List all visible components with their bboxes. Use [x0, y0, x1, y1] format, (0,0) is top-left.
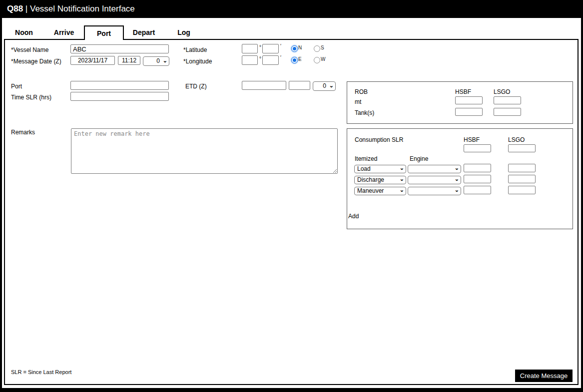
latitude-minute-symbol: ′ — [280, 43, 281, 49]
latitude-south-radio[interactable] — [314, 45, 320, 52]
create-message-button[interactable]: Create Message — [515, 370, 573, 382]
longitude-west-option: W — [314, 57, 325, 63]
longitude-east-option: E — [291, 57, 302, 63]
latitude-north-radio[interactable] — [291, 45, 298, 52]
latitude-south-option: S — [314, 45, 324, 52]
latitude-minutes-input[interactable] — [262, 44, 279, 53]
consumption-row1-hsbf-input[interactable] — [464, 164, 491, 172]
longitude-west-radio[interactable] — [314, 57, 320, 63]
port-input[interactable] — [70, 81, 169, 90]
etd-time-input[interactable] — [289, 81, 310, 90]
consumption-total-hsbf-input[interactable] — [464, 144, 491, 152]
rob-panel: ROB HSBF LSGO mt Tank(s) — [347, 81, 573, 124]
consumption-row2-hsbf-input[interactable] — [464, 175, 491, 183]
etd-tz-select[interactable]: 0 — [313, 81, 336, 91]
consumption-row3-lsgo-input[interactable] — [508, 186, 536, 194]
port-form-panel: *Vessel Name *Message Date (Z) 0 ⌄ *Lati… — [4, 39, 579, 385]
etd-date-input[interactable] — [242, 81, 286, 90]
rob-mt-hsbf-input[interactable] — [455, 96, 483, 104]
app-window: Q88 | Vessel Notification Interface Noon… — [0, 0, 583, 392]
message-date-label: *Message Date (Z) — [11, 58, 61, 65]
rob-lsgo-header: LSGO — [494, 88, 510, 95]
engine-select-row2[interactable] — [408, 176, 461, 184]
rob-hsbf-header: HSBF — [455, 88, 471, 95]
tab-log[interactable]: Log — [164, 25, 204, 40]
rob-mt-label: mt — [355, 98, 361, 105]
engine-select-wrap: ⌄ — [408, 175, 461, 183]
itemized-header: Itemized — [355, 155, 377, 162]
rob-tanks-label: Tank(s) — [355, 109, 374, 116]
rob-tanks-hsbf-input[interactable] — [455, 108, 483, 116]
latitude-north-label: N — [298, 45, 302, 50]
remarks-label: Remarks — [11, 129, 35, 136]
title-separator: | — [23, 4, 30, 13]
longitude-east-label: E — [298, 56, 302, 62]
engine-select-row3[interactable] — [408, 187, 461, 195]
consumption-row1-lsgo-input[interactable] — [508, 164, 536, 172]
latitude-degrees-input[interactable] — [242, 44, 258, 53]
etd-label: ETD (Z) — [185, 83, 207, 90]
longitude-minutes-input[interactable] — [262, 55, 279, 65]
longitude-label: *Longitude — [183, 58, 212, 65]
rob-mt-lsgo-input[interactable] — [494, 96, 521, 104]
latitude-south-label: S — [321, 45, 324, 50]
consumption-slr-panel: Consumption SLR HSBF LSGO Itemized Engin… — [347, 128, 573, 229]
longitude-degree-symbol: ° — [259, 56, 261, 61]
message-tz-select-wrap: 0 ⌄ — [143, 56, 169, 65]
itemized-select-row1[interactable]: Load — [354, 165, 406, 173]
tab-port[interactable]: Port — [84, 25, 124, 40]
page-title: Q88 | Vessel Notification Interface — [7, 4, 135, 14]
message-date-input[interactable] — [70, 56, 115, 65]
remarks-textarea[interactable] — [71, 128, 338, 174]
tab-noon[interactable]: Noon — [4, 25, 44, 40]
etd-tz-select-wrap: 0 ⌄ — [313, 81, 336, 90]
engine-select-wrap: ⌄ — [408, 186, 461, 194]
engine-select-wrap: ⌄ — [408, 164, 461, 172]
time-slr-input[interactable] — [70, 92, 169, 101]
latitude-degree-symbol: ° — [259, 44, 261, 50]
rob-tanks-lsgo-input[interactable] — [494, 108, 521, 116]
engine-select-row1[interactable] — [408, 165, 461, 173]
engine-header: Engine — [410, 155, 428, 162]
vessel-name-label: *Vessel Name — [11, 46, 48, 53]
consumption-hsbf-header: HSBF — [464, 136, 480, 143]
time-slr-label: Time SLR (hrs) — [11, 94, 51, 101]
itemized-select-wrap: Maneuver ⌄ — [354, 186, 406, 194]
work-area: Noon Arrive Port Depart Log *Vessel Name… — [2, 18, 581, 388]
longitude-east-radio[interactable] — [291, 57, 298, 63]
title-label: Vessel Notification Interface — [30, 4, 135, 13]
add-consumption-row-link[interactable]: Add — [347, 213, 360, 220]
tab-arrive[interactable]: Arrive — [44, 25, 84, 40]
latitude-label: *Latitude — [183, 46, 207, 53]
tab-bar: Noon Arrive Port Depart Log — [4, 25, 204, 40]
itemized-select-wrap: Discharge ⌄ — [354, 175, 406, 183]
consumption-row2-lsgo-input[interactable] — [508, 175, 536, 183]
slr-legend: SLR = Since Last Report — [11, 369, 71, 375]
longitude-minute-symbol: ′ — [280, 55, 281, 60]
itemized-select-wrap: Load ⌄ — [354, 164, 406, 172]
port-label: Port — [11, 83, 22, 90]
message-tz-select[interactable]: 0 — [143, 56, 169, 66]
brand-logo: Q88 — [7, 4, 23, 13]
consumption-total-lsgo-input[interactable] — [508, 144, 536, 152]
consumption-title: Consumption SLR — [355, 136, 403, 143]
consumption-lsgo-header: LSGO — [508, 136, 525, 143]
rob-title: ROB — [355, 88, 368, 95]
title-bar: Q88 | Vessel Notification Interface — [0, 0, 583, 18]
longitude-degrees-input[interactable] — [242, 55, 258, 65]
tab-depart[interactable]: Depart — [124, 25, 164, 40]
message-time-input[interactable] — [118, 56, 140, 65]
itemized-select-row2[interactable]: Discharge — [354, 176, 406, 184]
consumption-row3-hsbf-input[interactable] — [464, 186, 491, 194]
latitude-north-option: N — [291, 45, 302, 52]
itemized-select-row3[interactable]: Maneuver — [354, 187, 406, 195]
vessel-name-input[interactable] — [70, 44, 169, 53]
longitude-west-label: W — [321, 56, 325, 62]
